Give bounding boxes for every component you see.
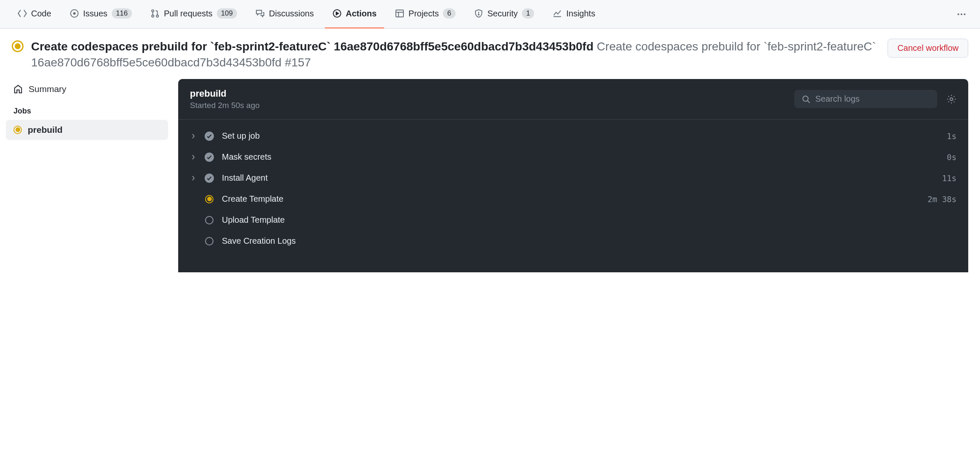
running-icon	[204, 194, 214, 204]
nav-tab-pull-requests[interactable]: Pull requests 109	[143, 0, 245, 29]
nav-tab-label: Issues	[83, 9, 108, 18]
check-circle-icon	[204, 152, 214, 162]
nav-tab-projects[interactable]: Projects 6	[387, 0, 463, 29]
svg-point-2	[152, 10, 154, 12]
sidebar-job-label: prebuild	[28, 125, 63, 135]
nav-tab-issues[interactable]: Issues 116	[62, 0, 140, 29]
svg-point-4	[156, 15, 158, 17]
job-step-label: Mask secrets	[222, 152, 939, 162]
job-step-duration: 11s	[942, 174, 956, 183]
svg-point-1	[74, 13, 75, 14]
job-step[interactable]: Save Creation Logs	[188, 231, 958, 252]
nav-tab-count: 116	[112, 8, 132, 18]
svg-point-11	[803, 96, 809, 101]
pending-icon	[204, 236, 214, 246]
workflow-main: Summary Jobs prebuild prebuild Started 2…	[0, 79, 980, 284]
workflow-run-header: Create codespaces prebuild for `feb-spri…	[0, 29, 980, 79]
job-started-text: Started 2m 50s ago	[190, 101, 794, 110]
job-panel-header: prebuild Started 2m 50s ago	[178, 79, 968, 120]
svg-point-8	[957, 13, 959, 15]
nav-tab-label: Insights	[566, 9, 595, 18]
search-logs-wrap[interactable]	[794, 90, 937, 108]
workflow-title-block: Create codespaces prebuild for `feb-spri…	[31, 39, 880, 71]
job-step[interactable]: Install Agent11s	[188, 168, 958, 189]
nav-tab-label: Security	[487, 9, 518, 18]
svg-point-9	[961, 13, 962, 15]
search-icon	[802, 95, 810, 103]
issue-icon	[70, 9, 79, 18]
job-steps: Set up job1sMask secrets0sInstall Agent1…	[178, 120, 968, 258]
job-step[interactable]: Create Template2m 38s	[188, 189, 958, 210]
comment-discussion-icon	[256, 9, 265, 18]
nav-tab-label: Discussions	[269, 9, 314, 18]
nav-tab-count: 109	[217, 8, 237, 18]
search-logs-input[interactable]	[815, 94, 930, 104]
job-status-icon	[13, 126, 22, 134]
nav-tab-security[interactable]: Security 1	[466, 0, 542, 29]
check-circle-icon	[204, 131, 214, 141]
nav-tab-count: 6	[443, 8, 455, 18]
code-icon	[18, 9, 27, 18]
job-step-label: Save Creation Logs	[222, 236, 949, 246]
chevron-right-icon	[190, 176, 197, 181]
sidebar-summary[interactable]: Summary	[6, 79, 168, 99]
nav-tab-label: Actions	[346, 9, 377, 18]
nav-overflow-menu[interactable]	[953, 9, 970, 19]
job-step-label: Create Template	[222, 194, 920, 204]
nav-tab-actions[interactable]: Actions	[325, 0, 384, 29]
nav-tab-insights[interactable]: Insights	[545, 0, 603, 29]
workflow-title-strong: Create codespaces prebuild for `feb-spri…	[31, 40, 593, 53]
sidebar-summary-label: Summary	[29, 84, 66, 94]
nav-tab-code[interactable]: Code	[10, 0, 59, 29]
svg-point-10	[964, 13, 965, 15]
chevron-right-icon	[190, 134, 197, 139]
nav-tab-label: Code	[31, 9, 51, 18]
sidebar-jobs-heading: Jobs	[6, 99, 168, 120]
job-settings-button[interactable]	[946, 94, 956, 104]
repo-nav: Code Issues 116 Pull requests 109 Discus…	[0, 0, 980, 29]
workflow-icon	[13, 84, 23, 94]
job-step-label: Set up job	[222, 131, 939, 141]
job-title: prebuild	[190, 88, 794, 99]
job-step-duration: 0s	[947, 153, 956, 162]
job-step[interactable]: Upload Template	[188, 210, 958, 231]
job-panel: prebuild Started 2m 50s ago Set up job1s…	[178, 79, 968, 272]
shield-icon	[474, 9, 483, 18]
nav-tab-count: 1	[522, 8, 534, 18]
run-status-icon	[12, 40, 24, 52]
job-step-label: Install Agent	[222, 173, 935, 183]
job-step-duration: 2m 38s	[927, 195, 956, 204]
nav-tabs: Code Issues 116 Pull requests 109 Discus…	[10, 0, 953, 29]
job-step[interactable]: Set up job1s	[188, 126, 958, 147]
check-circle-icon	[204, 173, 214, 183]
job-step[interactable]: Mask secrets0s	[188, 147, 958, 168]
chevron-right-icon	[190, 155, 197, 160]
workflow-sidebar: Summary Jobs prebuild	[0, 79, 168, 140]
job-step-duration: 1s	[947, 132, 956, 141]
svg-point-3	[152, 15, 154, 17]
job-step-label: Upload Template	[222, 215, 949, 225]
svg-point-7	[478, 14, 479, 15]
svg-point-12	[950, 97, 953, 100]
sidebar-job-prebuild[interactable]: prebuild	[6, 120, 168, 140]
cancel-workflow-button[interactable]: Cancel workflow	[888, 39, 968, 58]
nav-tab-label: Projects	[408, 9, 439, 18]
nav-tab-discussions[interactable]: Discussions	[248, 0, 321, 29]
nav-tab-label: Pull requests	[164, 9, 213, 18]
table-icon	[395, 9, 404, 18]
pending-icon	[204, 215, 214, 225]
git-pull-request-icon	[150, 9, 160, 18]
play-icon	[332, 9, 342, 18]
svg-rect-6	[396, 10, 403, 17]
graph-icon	[553, 9, 562, 18]
